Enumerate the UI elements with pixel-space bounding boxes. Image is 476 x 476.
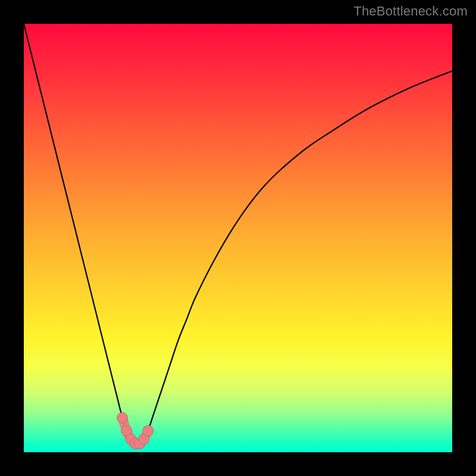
bottleneck-curve: [24, 24, 452, 444]
min-region-markers: [117, 412, 154, 449]
min-marker: [143, 425, 154, 436]
chart-frame: TheBottleneck.com: [0, 0, 476, 476]
min-marker: [117, 412, 128, 423]
plot-area: [24, 24, 452, 452]
watermark-text: TheBottleneck.com: [353, 4, 468, 19]
curve-svg: [24, 24, 452, 452]
